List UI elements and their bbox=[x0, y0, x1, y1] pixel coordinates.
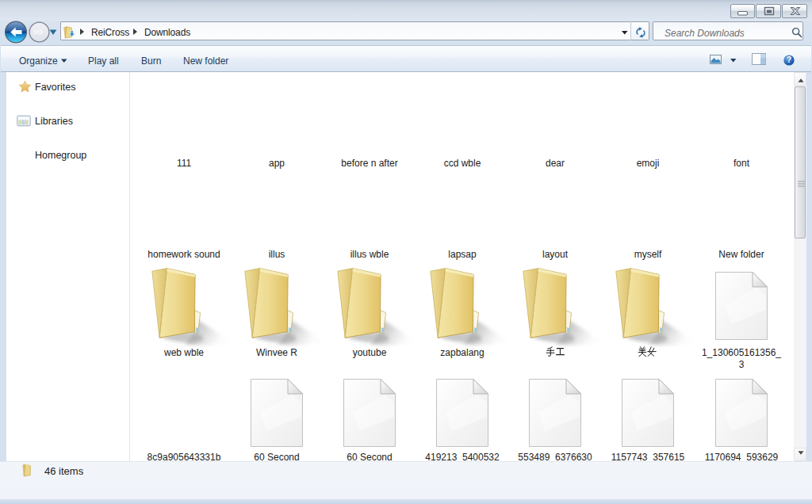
svg-text:?: ? bbox=[787, 55, 791, 64]
